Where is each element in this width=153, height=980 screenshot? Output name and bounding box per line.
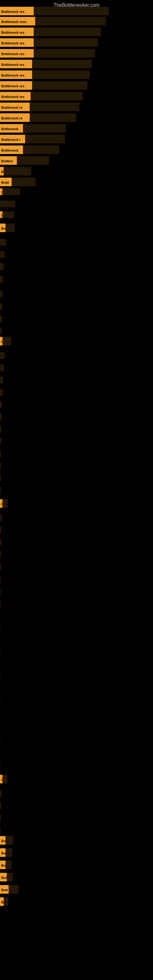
bar-line (23, 145, 59, 154)
bar-row (0, 686, 0, 693)
bar-row (0, 723, 0, 730)
bar-row: Bottleneck r (0, 135, 65, 143)
bar-line (0, 487, 1, 494)
bar-label: Bo (0, 224, 5, 232)
bar-label: Bottleneck (0, 124, 23, 133)
bar-row (0, 450, 1, 457)
bar-row: Bottleneck res (0, 49, 95, 57)
bar-line (32, 60, 92, 68)
bar-line (0, 527, 1, 533)
bar-row (0, 576, 1, 582)
bar-line (0, 200, 15, 207)
bar-line (0, 463, 1, 469)
bar-line (25, 135, 65, 143)
bar-row (0, 463, 1, 469)
bar-line (0, 450, 1, 457)
bar-row (0, 263, 4, 270)
bar-line (0, 275, 3, 282)
bar-row (0, 790, 2, 797)
bar-row: Bo (0, 836, 13, 845)
bar-row (0, 315, 2, 322)
bar-row (0, 352, 5, 359)
bar-label: Bottleneck res (0, 60, 32, 68)
bar-row (0, 426, 1, 433)
bar-line (0, 674, 0, 681)
bar-line (0, 414, 2, 420)
bar-row (0, 389, 2, 396)
bar-row (0, 239, 6, 246)
bar-row: I (0, 499, 8, 508)
bar-line (0, 612, 0, 619)
bar-line (0, 649, 0, 656)
bar-label: Bottleneck re (0, 103, 30, 111)
bar-row (0, 735, 0, 742)
bar-label: Bottleneck r (0, 135, 25, 143)
bar-line (2, 775, 7, 783)
bar-row (0, 612, 0, 619)
bar-line (30, 103, 79, 111)
bar-line (0, 815, 1, 821)
bar-line (0, 563, 1, 570)
bar-line (2, 211, 14, 218)
bar-row (0, 698, 0, 705)
bar-row (0, 600, 1, 607)
bar-label: Bott (0, 885, 9, 894)
bar-line (0, 698, 0, 705)
bar-label: Bottlen (0, 156, 17, 165)
bar-line (0, 377, 3, 383)
bar-line (35, 17, 105, 25)
bar-row (0, 303, 2, 310)
bar-line (0, 328, 2, 334)
bar-line (32, 81, 87, 90)
bar-row: Bo (0, 861, 12, 869)
bar-line (0, 637, 0, 644)
bar-line (5, 836, 13, 845)
bar-line (0, 551, 1, 558)
bar-line (2, 499, 8, 508)
bar-label: Bo (0, 848, 5, 857)
bar-line (0, 239, 6, 246)
bar-row: Bottl (0, 178, 35, 186)
bar-row: I (0, 775, 7, 783)
bar-line (0, 263, 4, 270)
bar-line (0, 315, 2, 322)
bar-row: Bottleneck (0, 124, 66, 133)
bar-label: Bottleneck re (0, 113, 30, 122)
bar-line (0, 662, 0, 668)
bar-line (0, 827, 1, 834)
bar-label: I (0, 337, 2, 345)
bar-label: Bottleneck res (0, 7, 33, 15)
bar-row: | (0, 211, 14, 218)
bar-line (0, 625, 0, 632)
bar-row (0, 802, 1, 809)
bar-row: Bo (0, 848, 12, 857)
bar-line (5, 848, 12, 857)
bar-row (0, 827, 1, 834)
bar-row (0, 563, 1, 570)
bar-row (0, 649, 0, 656)
bar-line (0, 802, 1, 809)
bar-row (0, 377, 3, 383)
bar-line (33, 38, 98, 47)
bar-label: B (0, 897, 4, 906)
bar-line (0, 364, 4, 371)
bar-line (5, 861, 12, 869)
bar-line (0, 711, 0, 717)
bar-row (0, 251, 5, 258)
bar-line (0, 426, 1, 433)
bar-line (4, 897, 8, 906)
bar-label: Bottl (0, 178, 12, 186)
bar-row (0, 364, 4, 371)
bar-line (32, 70, 90, 79)
bar-row (0, 759, 0, 766)
bar-row (0, 662, 0, 668)
bar-line (0, 438, 1, 445)
bar-line (7, 873, 13, 881)
bar-row (0, 539, 1, 546)
bar-line (0, 303, 2, 310)
bar-row: B (0, 897, 8, 906)
bar-line (0, 352, 5, 359)
bar-label: Bottleneck res (0, 38, 33, 47)
bar-row: Bottleneck (0, 145, 59, 154)
bar-line (9, 885, 18, 894)
